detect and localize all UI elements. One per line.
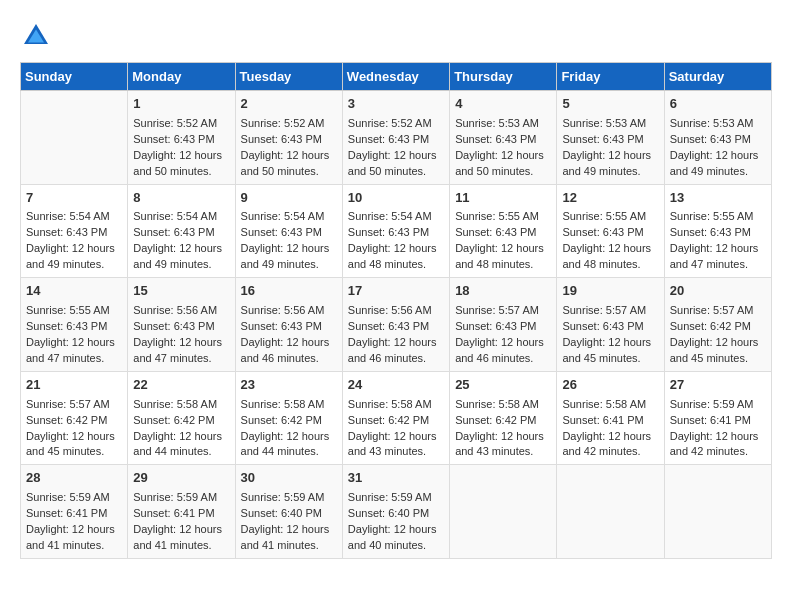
calendar-cell: 19Sunrise: 5:57 AMSunset: 6:43 PMDayligh… [557, 278, 664, 372]
day-info-line: Sunset: 6:43 PM [133, 225, 229, 241]
day-info-line: and 46 minutes. [348, 351, 444, 367]
day-info-line: Daylight: 12 hours [562, 241, 658, 257]
day-info-line: and 48 minutes. [455, 257, 551, 273]
day-info-line: and 44 minutes. [133, 444, 229, 460]
day-info-line: and 47 minutes. [670, 257, 766, 273]
column-header-wednesday: Wednesday [342, 63, 449, 91]
day-info-line: and 49 minutes. [670, 164, 766, 180]
calendar-cell: 12Sunrise: 5:55 AMSunset: 6:43 PMDayligh… [557, 184, 664, 278]
day-info-line: Sunrise: 5:55 AM [562, 209, 658, 225]
day-info-line: Daylight: 12 hours [133, 429, 229, 445]
day-info-line: Sunset: 6:42 PM [455, 413, 551, 429]
day-info-line: Daylight: 12 hours [670, 241, 766, 257]
day-number: 15 [133, 282, 229, 301]
calendar-cell: 14Sunrise: 5:55 AMSunset: 6:43 PMDayligh… [21, 278, 128, 372]
day-info-line: Daylight: 12 hours [562, 429, 658, 445]
day-number: 1 [133, 95, 229, 114]
day-number: 23 [241, 376, 337, 395]
calendar-cell: 6Sunrise: 5:53 AMSunset: 6:43 PMDaylight… [664, 91, 771, 185]
day-info-line: Daylight: 12 hours [133, 522, 229, 538]
calendar-cell: 30Sunrise: 5:59 AMSunset: 6:40 PMDayligh… [235, 465, 342, 559]
day-number: 28 [26, 469, 122, 488]
day-info-line: Sunrise: 5:52 AM [241, 116, 337, 132]
day-info-line: Sunset: 6:43 PM [670, 225, 766, 241]
calendar-cell: 31Sunrise: 5:59 AMSunset: 6:40 PMDayligh… [342, 465, 449, 559]
day-info-line: Daylight: 12 hours [348, 148, 444, 164]
day-info-line: Sunrise: 5:55 AM [26, 303, 122, 319]
logo [20, 20, 56, 52]
week-row-5: 28Sunrise: 5:59 AMSunset: 6:41 PMDayligh… [21, 465, 772, 559]
day-info-line: Sunset: 6:43 PM [241, 225, 337, 241]
day-info-line: Daylight: 12 hours [241, 148, 337, 164]
calendar-cell: 26Sunrise: 5:58 AMSunset: 6:41 PMDayligh… [557, 371, 664, 465]
day-info-line: Sunrise: 5:57 AM [455, 303, 551, 319]
calendar-cell [557, 465, 664, 559]
day-info-line: Daylight: 12 hours [670, 429, 766, 445]
day-info-line: Daylight: 12 hours [455, 148, 551, 164]
day-number: 24 [348, 376, 444, 395]
calendar-cell: 29Sunrise: 5:59 AMSunset: 6:41 PMDayligh… [128, 465, 235, 559]
day-info-line: and 43 minutes. [455, 444, 551, 460]
day-info-line: Daylight: 12 hours [26, 335, 122, 351]
day-info-line: Sunset: 6:43 PM [348, 225, 444, 241]
calendar-cell: 9Sunrise: 5:54 AMSunset: 6:43 PMDaylight… [235, 184, 342, 278]
day-number: 22 [133, 376, 229, 395]
calendar-table: SundayMondayTuesdayWednesdayThursdayFrid… [20, 62, 772, 559]
day-number: 29 [133, 469, 229, 488]
day-info-line: Sunset: 6:43 PM [133, 319, 229, 335]
day-info-line: and 45 minutes. [26, 444, 122, 460]
day-info-line: Sunset: 6:43 PM [348, 319, 444, 335]
day-info-line: and 49 minutes. [133, 257, 229, 273]
day-info-line: and 49 minutes. [241, 257, 337, 273]
calendar-cell: 16Sunrise: 5:56 AMSunset: 6:43 PMDayligh… [235, 278, 342, 372]
day-info-line: Sunset: 6:43 PM [562, 319, 658, 335]
day-info-line: and 41 minutes. [133, 538, 229, 554]
day-info-line: Daylight: 12 hours [348, 335, 444, 351]
day-info-line: Sunrise: 5:53 AM [562, 116, 658, 132]
column-header-friday: Friday [557, 63, 664, 91]
calendar-cell: 5Sunrise: 5:53 AMSunset: 6:43 PMDaylight… [557, 91, 664, 185]
day-number: 12 [562, 189, 658, 208]
day-info-line: Sunrise: 5:52 AM [348, 116, 444, 132]
day-number: 26 [562, 376, 658, 395]
day-info-line: Sunrise: 5:56 AM [241, 303, 337, 319]
day-number: 14 [26, 282, 122, 301]
day-number: 19 [562, 282, 658, 301]
column-header-sunday: Sunday [21, 63, 128, 91]
day-info-line: Sunrise: 5:57 AM [562, 303, 658, 319]
day-number: 7 [26, 189, 122, 208]
day-info-line: and 49 minutes. [562, 164, 658, 180]
day-info-line: Daylight: 12 hours [133, 148, 229, 164]
calendar-cell: 22Sunrise: 5:58 AMSunset: 6:42 PMDayligh… [128, 371, 235, 465]
day-info-line: Sunset: 6:41 PM [670, 413, 766, 429]
week-row-4: 21Sunrise: 5:57 AMSunset: 6:42 PMDayligh… [21, 371, 772, 465]
day-info-line: and 45 minutes. [670, 351, 766, 367]
day-info-line: Sunset: 6:43 PM [241, 319, 337, 335]
day-info-line: Daylight: 12 hours [670, 148, 766, 164]
calendar-cell: 13Sunrise: 5:55 AMSunset: 6:43 PMDayligh… [664, 184, 771, 278]
day-info-line: Daylight: 12 hours [241, 241, 337, 257]
calendar-cell: 8Sunrise: 5:54 AMSunset: 6:43 PMDaylight… [128, 184, 235, 278]
day-info-line: Sunrise: 5:58 AM [348, 397, 444, 413]
day-info-line: Sunrise: 5:54 AM [133, 209, 229, 225]
day-number: 9 [241, 189, 337, 208]
day-info-line: Sunset: 6:43 PM [562, 225, 658, 241]
calendar-cell [664, 465, 771, 559]
day-info-line: Sunrise: 5:59 AM [670, 397, 766, 413]
day-number: 3 [348, 95, 444, 114]
day-info-line: Sunrise: 5:52 AM [133, 116, 229, 132]
day-number: 6 [670, 95, 766, 114]
day-info-line: and 50 minutes. [133, 164, 229, 180]
calendar-cell: 2Sunrise: 5:52 AMSunset: 6:43 PMDaylight… [235, 91, 342, 185]
day-info-line: and 48 minutes. [348, 257, 444, 273]
day-info-line: Sunset: 6:43 PM [670, 132, 766, 148]
day-info-line: Daylight: 12 hours [26, 241, 122, 257]
day-info-line: Sunset: 6:43 PM [241, 132, 337, 148]
week-row-1: 1Sunrise: 5:52 AMSunset: 6:43 PMDaylight… [21, 91, 772, 185]
day-info-line: Daylight: 12 hours [455, 241, 551, 257]
day-info-line: Sunrise: 5:57 AM [26, 397, 122, 413]
day-number: 13 [670, 189, 766, 208]
calendar-cell: 1Sunrise: 5:52 AMSunset: 6:43 PMDaylight… [128, 91, 235, 185]
calendar-cell [450, 465, 557, 559]
day-info-line: and 46 minutes. [455, 351, 551, 367]
